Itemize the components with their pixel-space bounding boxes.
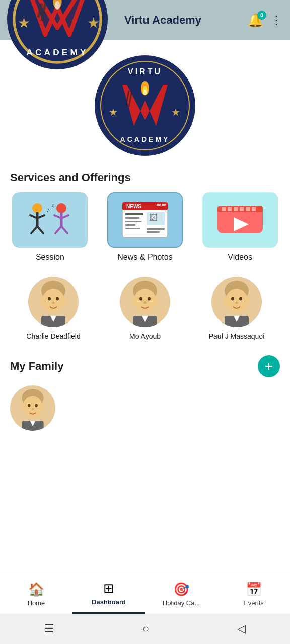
my-family-title: My Family <box>10 360 63 373</box>
nav-label-home: Home <box>28 599 45 607</box>
svg-rect-51 <box>147 231 160 233</box>
my-family-section: My Family + <box>0 345 290 385</box>
service-item-news[interactable]: NEWS 🖼 News & <box>100 192 190 262</box>
svg-point-68 <box>52 302 55 304</box>
svg-point-85 <box>245 297 250 304</box>
family-member-0[interactable] <box>10 385 55 431</box>
session-icon-box: ♪ ♫ <box>12 192 88 248</box>
teacher-avatar-1 <box>120 277 170 327</box>
teacher-item-1[interactable]: Mo Ayoub <box>102 277 188 340</box>
header-actions: 🔔 0 ⋮ <box>247 13 283 28</box>
svg-rect-44 <box>125 217 139 219</box>
svg-point-76 <box>139 297 142 301</box>
notification-bell[interactable]: 🔔 0 <box>247 13 263 28</box>
services-grid: ♪ ♫ Session NEWS <box>0 192 290 262</box>
svg-point-93 <box>23 396 43 418</box>
svg-line-29 <box>37 226 43 233</box>
svg-rect-50 <box>147 228 165 230</box>
svg-point-88 <box>235 302 238 304</box>
teacher-item-2[interactable]: Paul J Massaquoi <box>193 277 280 340</box>
nav-item-holiday[interactable]: 🎯 Holiday Ca... <box>145 574 218 614</box>
svg-rect-43 <box>125 213 143 215</box>
svg-text:★: ★ <box>171 107 180 118</box>
more-options-button[interactable]: ⋮ <box>270 13 283 27</box>
svg-point-64 <box>40 297 45 304</box>
videos-icon-box <box>202 192 278 248</box>
svg-point-95 <box>40 404 45 411</box>
svg-rect-59 <box>252 207 256 211</box>
svg-rect-56 <box>234 207 238 211</box>
svg-point-94 <box>21 404 25 411</box>
svg-point-96 <box>28 404 30 407</box>
teacher-avatar-2 <box>211 277 262 327</box>
nav-item-home[interactable]: 🏠 Home <box>0 574 72 614</box>
svg-point-67 <box>56 297 59 301</box>
svg-line-35 <box>61 226 67 233</box>
svg-point-84 <box>223 297 228 304</box>
svg-line-34 <box>55 226 61 233</box>
svg-point-63 <box>42 289 64 313</box>
news-label: News & Photos <box>117 253 172 262</box>
svg-point-75 <box>154 297 159 304</box>
svg-rect-57 <box>240 207 244 211</box>
service-item-session[interactable]: ♪ ♫ Session <box>5 192 95 262</box>
home-icon: 🏠 <box>28 582 44 597</box>
add-family-button[interactable]: + <box>258 355 280 377</box>
family-avatar-0 <box>10 385 55 431</box>
svg-text:★: ★ <box>18 15 30 31</box>
svg-point-78 <box>143 302 147 304</box>
svg-point-65 <box>62 297 67 304</box>
notification-badge: 0 <box>257 11 266 20</box>
session-label: Session <box>36 253 64 262</box>
teacher-item-0[interactable]: Charlie Deadfield <box>10 277 97 340</box>
svg-point-11 <box>55 1 60 10</box>
svg-text:🖼: 🖼 <box>149 213 158 223</box>
teachers-section: Charlie Deadfield Mo Ayoub <box>0 262 290 345</box>
teacher-name-1: Mo Ayoub <box>129 332 161 340</box>
dashboard-icon: ⊞ <box>103 581 114 596</box>
svg-rect-46 <box>125 224 135 226</box>
svg-point-24 <box>32 203 42 213</box>
svg-rect-47 <box>125 228 140 229</box>
svg-point-30 <box>56 203 66 213</box>
nav-item-dashboard[interactable]: ⊞ Dashboard <box>72 574 145 614</box>
svg-text:♪: ♪ <box>46 206 50 214</box>
teacher-avatar-0 <box>28 277 79 327</box>
svg-point-23 <box>143 90 147 95</box>
svg-point-66 <box>48 297 51 301</box>
svg-text:VIRTU: VIRTU <box>128 67 162 76</box>
bottom-nav: 🏠 Home ⊞ Dashboard 🎯 Holiday Ca... 📅 Eve… <box>0 574 290 614</box>
svg-point-83 <box>226 289 248 313</box>
nav-label-events: Events <box>244 599 264 607</box>
teacher-name-2: Paul J Massaquoi <box>209 332 265 340</box>
teacher-name-0: Charlie Deadfield <box>26 332 80 340</box>
system-menu-button[interactable]: ☰ <box>44 622 54 635</box>
svg-line-28 <box>31 226 37 233</box>
svg-point-98 <box>31 408 34 410</box>
header-title: Virtu Academy <box>79 14 247 27</box>
svg-rect-42 <box>162 204 166 206</box>
system-home-button[interactable]: ○ <box>142 622 149 635</box>
events-icon: 📅 <box>246 582 262 597</box>
svg-text:♫: ♫ <box>51 203 55 208</box>
svg-rect-45 <box>125 221 141 222</box>
videos-label: Videos <box>228 253 252 262</box>
svg-text:NEWS: NEWS <box>126 204 141 209</box>
nav-label-dashboard: Dashboard <box>92 598 126 606</box>
svg-point-74 <box>131 297 136 304</box>
svg-point-73 <box>134 289 156 313</box>
svg-rect-41 <box>157 204 161 206</box>
main-content: VIRTU ACADEMY ★ ★ Services and Offerings <box>0 40 290 574</box>
service-item-videos[interactable]: Videos <box>195 192 285 262</box>
services-section-title: Services and Offerings <box>0 166 290 192</box>
holiday-icon: 🎯 <box>173 582 189 597</box>
system-nav: ☰ ○ ◁ <box>0 614 290 644</box>
svg-point-97 <box>35 404 38 407</box>
svg-rect-58 <box>246 207 250 211</box>
svg-point-86 <box>231 297 234 301</box>
nav-item-events[interactable]: 📅 Events <box>218 574 290 614</box>
news-icon-box: NEWS 🖼 <box>107 192 183 248</box>
header: ★ ★ VIRTU ACADEMY Virtu Academy 🔔 0 ⋮ <box>0 0 290 40</box>
svg-rect-54 <box>222 207 226 211</box>
system-back-button[interactable]: ◁ <box>237 622 246 635</box>
